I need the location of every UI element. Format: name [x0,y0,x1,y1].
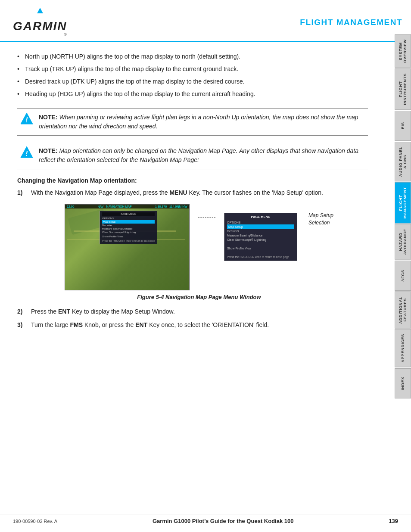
sidebar-tab-audio-panel[interactable]: AUDIO PANEL& CNS [395,142,411,181]
pm-item-empty2 [227,250,294,255]
figure-area: 12:00 NAV - NAVIGATION MAP 1:90,976 114.… [30,204,368,300]
note2-keyword: NOTE: [39,147,58,154]
figure-caption: Figure 5-4 Navigation Map Page Menu Wind… [137,294,261,300]
note-box-2: ! NOTE: Map orientation can only be chan… [17,142,368,169]
garmin-logo: GARMIN ® [13,8,67,37]
step-3: 3) Turn the large FMS Knob, or press the… [17,320,368,330]
note-box-1: ! NOTE: When panning or reviewing active… [17,108,368,136]
step-2: 2) Press the ENT Key to display the Map … [17,307,368,316]
pm-item-empty1 [227,242,294,246]
bullet-list: North up (NORTH UP) aligns the top of th… [17,50,368,100]
sidebar-tab-hazard-avoidance[interactable]: HAZARDAVOIDANCE [395,224,411,260]
note1-text: When panning or reviewing active flight … [39,114,358,130]
sidebar-tab-system-overview[interactable]: SYSTEMOVERVIEW [395,34,411,68]
sidebar-tab-additional-features[interactable]: ADDITIONALFEATURES [395,292,411,329]
sidebar-tab-eis[interactable]: EIS [395,111,411,141]
step-2-num: 2) [17,307,26,316]
step-3-num: 3) [17,320,26,330]
page-footer: 190-00590-02 Rev. A Garmin G1000 Pilot’s… [0,514,411,524]
pm-item-options: OPTIONS [227,220,294,224]
callout-label-area: Map SetupSelection [308,212,333,227]
garmin-logo-text: GARMIN [13,19,67,33]
step-2-text: Press the ENT Key to display the Map Set… [31,307,175,316]
sidebar-tab-index[interactable]: INDEX [395,368,411,398]
section-heading: Changing the Navigation Map orientation: [17,177,368,184]
step-1-num: 1) [17,188,26,197]
figure-image-container: 12:00 NAV - NAVIGATION MAP 1:90,976 114.… [65,204,333,290]
bullet-item-4: Heading up (HDG UP) aligns the top of th… [17,88,368,100]
step-1-text: With the Navigation Map Page displayed, … [31,188,323,197]
bullet-item-3: Desired track up (DTK UP) aligns the top… [17,75,368,88]
bullet-item-1: North up (NORTH UP) aligns the top of th… [17,50,368,63]
callout-connector [198,204,215,218]
pm-item-clear-lightning: Clear Stormscope® Lightning [227,237,294,242]
step-1: 1) With the Navigation Map Page displaye… [17,188,368,197]
page-title: FLIGHT MANAGEMENT [300,18,402,27]
sidebar-tabs: SYSTEMOVERVIEW FLIGHTINSTRUMENTS EIS AUD… [395,34,411,399]
pm-item-declutter: Declutter [227,229,294,233]
pm-item-show-profile: Show Profile View [227,246,294,250]
note2-text: Map orientation can only be changed on t… [39,147,358,163]
page-menu-popup: PAGE MENU OPTIONS Map Setup Declutter Me… [224,213,297,261]
page-menu-title: PAGE MENU [227,215,294,219]
bullet-item-2: Track up (TRK UP) aligns the top of the … [17,63,368,75]
pm-item-measure: Measure Bearing/Distance [227,233,294,237]
footer-left: 190-00590-02 Rev. A [13,519,57,524]
svg-text:!: ! [25,150,28,157]
main-content: North up (NORTH UP) aligns the top of th… [0,42,394,342]
pm-item-return: Press the FMS CRSR knob to return to bas… [227,255,294,259]
svg-text:!: ! [25,116,28,124]
map-overlay-menu: PAGE MENU OPTIONS Map Setup Declutter Me… [100,211,157,244]
page-header: GARMIN ® FLIGHT MANAGEMENT [0,0,411,42]
warning-icon-1: ! [20,112,34,126]
footer-page-number: 139 [389,518,398,524]
garmin-triangle-icon [37,8,43,13]
map-screenshot: 12:00 NAV - NAVIGATION MAP 1:90,976 114.… [65,204,190,290]
note1-keyword: NOTE: [39,114,58,121]
step-3-text: Turn the large FMS Knob, or press the EN… [31,320,269,330]
pm-item-map-setup: Map Setup [227,224,294,229]
callout-label-text: Map SetupSelection [308,212,333,227]
sidebar-tab-flight-instruments[interactable]: FLIGHTINSTRUMENTS [395,68,411,110]
footer-center: Garmin G1000 Pilot’s Guide for the Quest… [153,518,294,524]
map-top-bar: 12:00 NAV - NAVIGATION MAP 1:90,976 114.… [65,205,189,208]
sidebar-tab-flight-management[interactable]: FLIGHTMANAGEMENT [395,182,411,224]
warning-icon-2: ! [20,146,34,159]
sidebar-tab-appendices[interactable]: APPENDICES [395,329,411,367]
sidebar-tab-afcs[interactable]: AFCS [395,261,411,291]
